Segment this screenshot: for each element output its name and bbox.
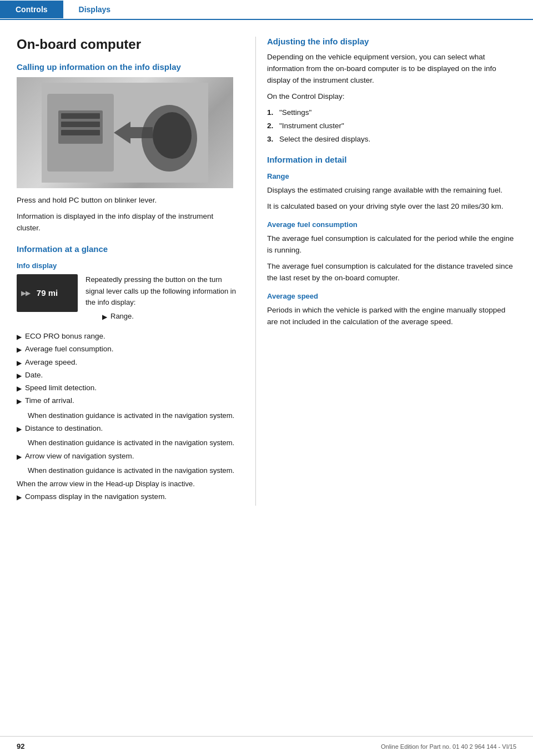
avg-fuel-para1: The average fuel consumption is calculat… bbox=[267, 233, 516, 256]
widget-value: 79 mi bbox=[37, 288, 58, 298]
section-info-in-detail-heading: Information in detail bbox=[267, 155, 516, 164]
arrow-view-sub: When destination guidance is activated i… bbox=[17, 465, 239, 476]
widget-arrow-icon: ▶▶ bbox=[21, 289, 30, 296]
bullet-arrow-icon: ▶ bbox=[17, 396, 22, 406]
top-nav: Controls Displays bbox=[0, 0, 533, 20]
widget-display-box: ▶▶ 79 mi bbox=[17, 274, 78, 312]
page-title: On-board computer bbox=[17, 37, 239, 52]
bullet-avg-speed: ▶ Average speed. bbox=[17, 357, 239, 368]
step-2-text: "Instrument cluster" bbox=[279, 120, 344, 132]
bullet-arrow-icon: ▶ bbox=[102, 312, 107, 322]
adjusting-para2: On the Control Display: bbox=[267, 91, 516, 103]
arrow-inactive-note: When the arrow view in the Head-up Displ… bbox=[17, 478, 239, 490]
tab-displays[interactable]: Displays bbox=[63, 1, 127, 18]
tab-controls[interactable]: Controls bbox=[0, 1, 63, 18]
section-info-at-glance-heading: Information at a glance bbox=[17, 244, 239, 254]
bullet-eco-pro: ▶ ECO PRO bonus range. bbox=[17, 331, 239, 342]
bullet-arrow-icon: ▶ bbox=[17, 358, 22, 368]
bullet-distance: ▶ Distance to destination. bbox=[17, 423, 239, 434]
page-number: 92 bbox=[17, 742, 24, 750]
step-3-text: Select the desired displays. bbox=[279, 134, 370, 145]
sub-heading-avg-fuel: Average fuel consumption bbox=[267, 220, 516, 229]
sub-heading-range: Range bbox=[267, 172, 516, 180]
car-image-svg bbox=[42, 83, 208, 183]
page-footer: 92 Online Edition for Part no. 01 40 2 9… bbox=[0, 736, 533, 756]
section-adjusting-heading: Adjusting the info display bbox=[267, 37, 516, 46]
distance-sub: When destination guidance is activated i… bbox=[17, 437, 239, 448]
range-para1: Displays the estimated cruising range av… bbox=[267, 185, 516, 196]
left-column: On-board computer Calling up information… bbox=[17, 37, 255, 506]
bullet-arrow-icon: ▶ bbox=[17, 424, 22, 434]
bullet-arrow-icon: ▶ bbox=[17, 452, 22, 462]
step-1: 1. "Settings" bbox=[267, 107, 516, 118]
content-wrapper: On-board computer Calling up information… bbox=[0, 20, 533, 517]
bullet-avg-fuel: ▶ Average fuel consumption. bbox=[17, 344, 239, 355]
avg-speed-para1: Periods in which the vehicle is parked w… bbox=[267, 305, 516, 328]
step-1-text: "Settings" bbox=[279, 107, 311, 118]
info-display-widget: ▶▶ 79 mi Repeatedly pressing the button … bbox=[17, 274, 239, 325]
bullet-speed-limit: ▶ Speed limit detection. bbox=[17, 382, 239, 394]
info-display-image bbox=[17, 77, 233, 188]
adjusting-para1: Depending on the vehicle equipment versi… bbox=[267, 52, 516, 87]
step-2: 2. "Instrument cluster" bbox=[267, 120, 516, 132]
svg-rect-3 bbox=[61, 113, 100, 119]
info-bullets-list: ▶ ECO PRO bonus range. ▶ Average fuel co… bbox=[17, 331, 239, 407]
range-para2: It is calculated based on your driving s… bbox=[267, 201, 516, 213]
bullet-arrow-icon: ▶ bbox=[17, 371, 22, 381]
sub-heading-avg-speed: Average speed bbox=[267, 292, 516, 300]
bullet-arrow-icon: ▶ bbox=[17, 345, 22, 355]
svg-rect-4 bbox=[61, 122, 100, 127]
right-column: Adjusting the info display Depending on … bbox=[262, 37, 516, 506]
bullet-arrow-icon: ▶ bbox=[17, 384, 22, 394]
para-info-displayed: Information is displayed in the info dis… bbox=[17, 211, 239, 234]
bullet-arrow-view: ▶ Arrow view of navigation system. bbox=[17, 451, 239, 462]
footer-info: Online Edition for Part no. 01 40 2 964 … bbox=[381, 743, 516, 750]
step-2-num: 2. bbox=[267, 120, 279, 132]
car-interior-image bbox=[17, 77, 233, 188]
section-calling-up-heading: Calling up information on the info displ… bbox=[17, 62, 239, 72]
step-3: 3. Select the desired displays. bbox=[267, 134, 516, 145]
widget-sub-bullets: ▶ Range. bbox=[86, 311, 239, 322]
svg-rect-5 bbox=[61, 130, 100, 135]
bullet-time-arrival: ▶ Time of arrival. bbox=[17, 395, 239, 406]
distance-bullet-list: ▶ Distance to destination. bbox=[17, 423, 239, 434]
bullet-arrow-icon: ▶ bbox=[17, 492, 22, 502]
adjusting-steps-list: 1. "Settings" 2. "Instrument cluster" 3.… bbox=[267, 107, 516, 145]
widget-caption-text: Repeatedly pressing the button on the tu… bbox=[86, 274, 239, 325]
bullet-date: ▶ Date. bbox=[17, 370, 239, 381]
arrow-view-bullet-list: ▶ Arrow view of navigation system. bbox=[17, 451, 239, 462]
column-divider bbox=[255, 37, 256, 506]
time-arrival-sub: When destination guidance is activated i… bbox=[17, 410, 239, 421]
bullet-range-sub: ▶ Range. bbox=[102, 311, 239, 322]
svg-point-8 bbox=[153, 112, 192, 159]
bullet-compass: ▶ Compass display in the navigation syst… bbox=[17, 491, 239, 502]
step-1-num: 1. bbox=[267, 107, 279, 118]
sub-heading-info-display: Info display bbox=[17, 261, 239, 270]
step-3-num: 3. bbox=[267, 134, 279, 145]
avg-fuel-para2: The average fuel consumption is calculat… bbox=[267, 261, 516, 284]
compass-bullet-list: ▶ Compass display in the navigation syst… bbox=[17, 491, 239, 502]
para-press-hold: Press and hold PC button on blinker leve… bbox=[17, 195, 239, 206]
bullet-arrow-icon: ▶ bbox=[17, 332, 22, 342]
